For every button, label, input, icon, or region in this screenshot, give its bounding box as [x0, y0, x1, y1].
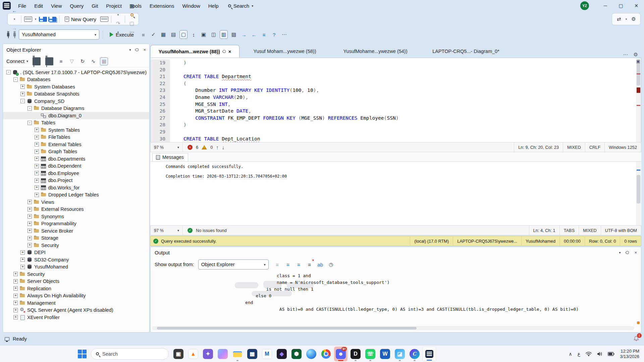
messages-output[interactable]: Commands completed successfully. Complet… — [150, 162, 641, 225]
avatar[interactable]: YZ — [580, 1, 589, 10]
collapse-icon[interactable]: - — [13, 77, 18, 82]
notifications-button[interactable]: 1 — [633, 336, 639, 343]
expand-icon[interactable]: + — [13, 308, 18, 312]
expand-icon[interactable]: + — [28, 207, 32, 212]
whatsapp-app-icon-wrap[interactable]: ☏ — [364, 347, 377, 361]
close-button[interactable]: ✕ — [629, 0, 644, 11]
tree-item[interactable]: +dbo.Employee — [3, 170, 149, 177]
close-panel-icon[interactable]: × — [634, 250, 637, 255]
tree-item[interactable]: -Company_SD — [3, 98, 149, 105]
expand-icon[interactable]: + — [35, 185, 39, 190]
tab-document-3[interactable]: LAPTOP-CRQ5...- Diagram_0* — [421, 45, 511, 58]
menu-item-git[interactable]: Git — [88, 1, 102, 11]
feedback-monitor-icon[interactable] — [5, 337, 9, 341]
file-explorer-app-icon-wrap[interactable] — [231, 347, 244, 361]
tree-item[interactable]: +Security — [3, 270, 149, 278]
oe-diagram-icon[interactable]: ▦ — [100, 57, 108, 65]
expand-icon[interactable]: + — [35, 149, 39, 154]
maximize-button[interactable]: ▢ — [613, 0, 629, 11]
overflow2-icon[interactable]: ⋯ — [280, 30, 288, 39]
out-prev-message-icon[interactable]: ≡ — [273, 260, 281, 269]
execute-button[interactable]: Execute — [106, 31, 137, 39]
tab-overflow-icon[interactable]: ⋯ — [623, 52, 628, 58]
tree-item[interactable]: +XEvent Profiler — [3, 314, 149, 321]
taskbar-search[interactable]: Search — [91, 348, 169, 360]
expand-icon[interactable]: + — [13, 279, 18, 284]
obsidian-app-icon-wrap[interactable]: ◆ — [275, 347, 288, 361]
undo-icon[interactable]: ↶ — [114, 2, 122, 10]
oe-connect-plug-icon[interactable] — [33, 57, 41, 65]
expand-icon[interactable]: + — [20, 257, 25, 262]
tree-item[interactable]: +Security — [3, 242, 149, 249]
new-file-icon[interactable] — [24, 16, 32, 22]
sync-settings-icon[interactable]: ⚙ — [630, 15, 638, 23]
tray-chevron-up-icon[interactable]: ∧ — [569, 351, 572, 357]
pin-icon[interactable] — [626, 250, 630, 255]
expand-icon[interactable]: + — [35, 171, 39, 175]
change-connection-icon[interactable] — [13, 33, 16, 37]
expand-icon[interactable]: + — [35, 128, 39, 132]
expand-icon[interactable]: + — [28, 243, 32, 247]
expand-icon[interactable]: + — [28, 222, 32, 226]
tree-item[interactable]: +dbo.Diagram_0 — [3, 112, 149, 119]
tree-item[interactable]: +dbo.Dependent — [3, 163, 149, 170]
battery-icon[interactable] — [608, 352, 614, 356]
tree-item[interactable]: +DEPI — [3, 249, 149, 256]
copilot-app-icon-wrap[interactable] — [216, 347, 229, 361]
close-panel-icon[interactable]: × — [143, 47, 146, 52]
tree-item[interactable]: +External Tables — [3, 141, 149, 148]
oe-filter-icon[interactable]: ▽ — [68, 57, 76, 65]
editor-zoom-select[interactable]: 97 % ▾ — [151, 142, 183, 152]
save-all-icon[interactable] — [48, 17, 56, 22]
canva-app-icon-wrap[interactable]: C — [408, 347, 421, 361]
out-goto-prev-icon[interactable]: ≡ — [284, 260, 292, 269]
menu-item-view[interactable]: View — [47, 1, 66, 11]
output-horizontal-scrollbar[interactable] — [152, 326, 634, 330]
messages-zoom-select[interactable]: 97 % ▾ — [151, 226, 183, 235]
collapse-chevron-icon[interactable]: ▾ — [129, 48, 131, 52]
new-file-caret-icon[interactable]: ▾ — [34, 15, 38, 23]
tree-item[interactable]: +System Tables — [3, 126, 149, 134]
messages-vertical-scrollbar[interactable] — [636, 162, 641, 225]
word-app-icon-wrap[interactable]: W — [378, 347, 392, 361]
expand-icon[interactable]: + — [13, 315, 18, 319]
vlc-app-icon-wrap[interactable]: ▲ — [186, 347, 200, 361]
split-window-icon[interactable]: ▣ — [636, 59, 640, 64]
editor-vertical-scrollbar[interactable] — [636, 58, 641, 142]
tree-item[interactable]: -Databases — [3, 76, 149, 83]
live-stats-icon[interactable]: ◫ — [210, 30, 218, 39]
menu-item-edit[interactable]: Edit — [30, 1, 47, 11]
feedback-icon[interactable]: ⇄ — [615, 15, 623, 23]
connect-dropdown[interactable]: Connect ▾ — [6, 59, 28, 64]
tree-item[interactable]: +dbo.Works_for — [3, 184, 149, 191]
wifi-icon[interactable] — [586, 352, 592, 356]
expand-icon[interactable]: + — [35, 157, 39, 161]
taskbar-clock[interactable]: 12:20 PM 3/13/2026 — [620, 349, 639, 359]
tree-item[interactable]: +Replication — [3, 285, 149, 292]
save-icon[interactable] — [39, 17, 47, 22]
expand-icon[interactable]: + — [35, 164, 39, 168]
tab-options-gear-icon[interactable]: ⚙ — [634, 52, 638, 58]
tree-item[interactable]: +Views — [3, 198, 149, 206]
ssms-app-icon-wrap[interactable] — [423, 347, 436, 361]
expand-icon[interactable]: + — [20, 92, 25, 96]
oe-disconnect-plug-icon[interactable] — [45, 57, 53, 65]
collapse-icon[interactable]: - — [28, 121, 32, 125]
tree-item[interactable]: +Service Broker — [3, 227, 149, 235]
expand-icon[interactable]: + — [20, 84, 25, 89]
m-app-icon-wrap[interactable]: M — [260, 347, 274, 361]
undo-caret-icon[interactable]: ▾ — [114, 10, 122, 19]
tree-item[interactable]: +dbo.Project — [3, 177, 149, 184]
start-button[interactable] — [76, 348, 88, 360]
comment-icon[interactable]: ≡ — [260, 30, 268, 39]
actual-plan-icon[interactable]: ▣ — [200, 30, 208, 39]
d-app-icon-wrap[interactable]: D — [349, 347, 362, 361]
expand-icon[interactable]: + — [13, 294, 18, 298]
volume-icon[interactable] — [597, 352, 602, 356]
screen-recorder-app-icon-wrap[interactable]: ▣ — [172, 347, 185, 361]
tree-item[interactable]: +SD32-Company — [3, 256, 149, 263]
outdent-icon[interactable]: ← — [250, 30, 258, 39]
indent-icon[interactable]: → — [240, 30, 248, 39]
tree-item[interactable]: +Synonyms — [3, 213, 149, 220]
estimated-plan-icon[interactable]: ↕ — [190, 30, 198, 39]
